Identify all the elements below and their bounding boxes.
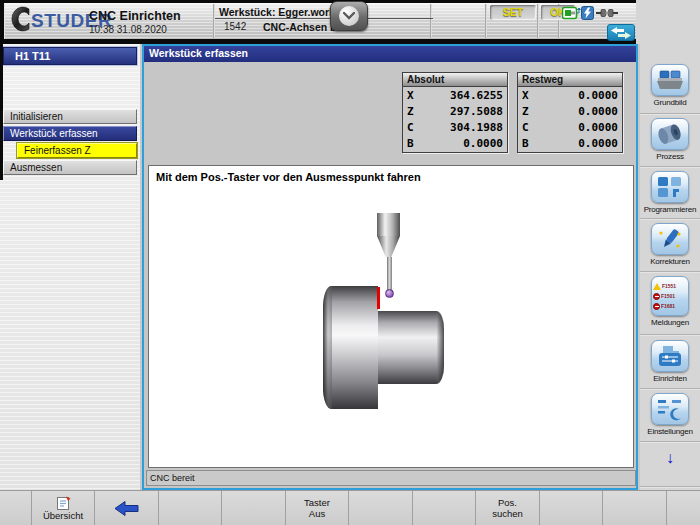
cnc-ready-status: CNC bereit [146,470,636,486]
sidebar-button-einrichten[interactable]: Einrichten [640,340,700,383]
sidebar-separator [640,166,700,168]
dro-row: X 364.6255 [403,87,507,103]
settings-icon [651,393,689,425]
top-bar: STUDER CNC Einrichten 10:38 31.08.2020 W… [0,0,700,44]
spindle-tool-header: H1 T11 [3,47,137,65]
sidebar-separator [640,441,700,443]
sidebar-separator [640,113,700,115]
messages-icon: F1551 F1501 F1681 [651,276,689,316]
main-panel: Werkstück erfassen Absolut X 364.6255 Z … [142,44,638,490]
sidebar-button-label: Programmieren [640,205,700,214]
probe-stem [387,257,392,290]
expand-header-button[interactable] [330,1,368,31]
warning-triangle-icon [653,283,661,290]
softkey-uebersicht[interactable]: Übersicht [32,491,95,525]
sidebar-item-ausmessen[interactable]: Ausmessen [3,160,137,175]
set-button[interactable]: SET [490,5,536,20]
softkey-label: Übersicht [43,511,83,522]
battery-power-icon [562,6,581,20]
sidebar-button-prozess[interactable]: Prozess [640,118,700,161]
softkey-back[interactable] [95,491,159,525]
axis-value: 0.0000 [463,137,503,150]
sidebar-button-label: Korrekturen [640,257,700,266]
axis-value: 0.0000 [578,105,618,118]
axis-value: 0.0000 [578,121,618,134]
main-panel-title: Werkstück erfassen [144,46,636,62]
dro-row: C 304.1988 [403,119,507,135]
axis-label: C [407,121,414,134]
sidebar-item-feinerfassen-z[interactable]: Feinerfassen Z [17,143,137,158]
sidebar-item-initialisieren[interactable]: Initialisieren [3,109,137,124]
content-box: Mit dem Pos.-Taster vor den Ausmesspunkt… [148,165,634,468]
machine-icon [651,64,689,96]
measure-edge-highlight [377,287,380,309]
workpiece-large-cylinder-end [323,286,332,409]
workpiece-underline [215,18,433,19]
message-code: F1681 [661,303,675,309]
setup-icon [651,340,689,372]
probe-shaft [377,213,400,236]
sidebar-button-grundbild[interactable]: Grundbild [640,64,700,107]
overview-icon [56,496,71,511]
softkey-pos-suchen[interactable]: Pos. suchen [476,491,540,525]
dro-absolut: Absolut X 364.6255 Z 297.5088 C 304.1988… [402,72,508,153]
program-number: 1542 [224,21,246,32]
sidebar-button-label: Einstellungen [640,427,700,436]
sidebar-button-programmieren[interactable]: Programmieren [640,171,700,214]
top-bar-divider [485,4,487,38]
axis-label: B [522,137,529,150]
probe-taper [377,236,400,257]
dro-absolut-header: Absolut [403,73,507,87]
sidebar-button-einstellungen[interactable]: Einstellungen [640,393,700,436]
grinding-process-icon [651,118,689,150]
message-code: F1551 [662,283,676,289]
corrections-icon [651,223,689,255]
softkey-empty [349,491,413,525]
lightning-icon [581,6,594,20]
datetime: 10:38 31.08.2020 [89,24,167,35]
cnc-screen: STUDER CNC Einrichten 10:38 31.08.2020 W… [0,0,700,525]
error-circle-icon [653,303,660,310]
instruction-text: Mit dem Pos.-Taster vor den Ausmesspunkt… [156,171,421,183]
programming-icon [651,171,689,203]
back-arrow-icon [115,501,139,516]
axis-value: 0.0000 [578,89,618,102]
sidebar-separator [640,218,700,220]
sidebar-button-label: Einrichten [640,374,700,383]
axis-label: Z [407,105,414,118]
softkey-label: Pos. suchen [492,498,523,519]
bottom-softkey-bar: Übersicht Taster Aus Pos. suchen [0,490,700,525]
top-bar-divider [537,4,539,38]
probe-ball [385,289,394,298]
chevron-down-icon [339,6,359,26]
screen-bezel-edge [0,0,3,180]
right-sidebar: Grundbild Prozess [640,0,700,490]
sidebar-separator [640,334,700,336]
sidebar-button-korrekturen[interactable]: Korrekturen [640,223,700,266]
axis-label: Z [522,105,529,118]
sidebar-button-label: Prozess [640,152,700,161]
dro-row: Z 297.5088 [403,103,507,119]
scroll-down-arrow[interactable]: ↓ [640,448,700,468]
sidebar-separator [640,271,700,273]
sidebar-item-werkstueck-erfassen[interactable]: Werkstück erfassen [3,126,137,141]
axis-label: B [407,137,414,150]
message-code: F1501 [661,293,675,299]
softkey-taster-aus[interactable]: Taster Aus [286,491,349,525]
softkey-empty [413,491,476,525]
sidebar-separator [640,486,700,488]
connector-icon [596,7,618,19]
softkey-empty [540,491,603,525]
dro-row: C 0.0000 [518,119,622,135]
workpiece-small-cylinder-end [437,311,444,384]
softkey-empty [603,491,667,525]
sidebar-button-meldungen[interactable]: F1551 F1501 F1681 Meldungen [640,276,700,327]
dro-row: B 0.0000 [403,135,507,151]
swap-view-button[interactable] [607,24,635,41]
axis-label: X [522,89,529,102]
axis-label: C [522,121,529,134]
swap-arrows-icon [611,27,631,39]
studer-logo-icon [9,5,30,32]
softkey-empty [159,491,222,525]
axis-value: 364.6255 [450,89,503,102]
